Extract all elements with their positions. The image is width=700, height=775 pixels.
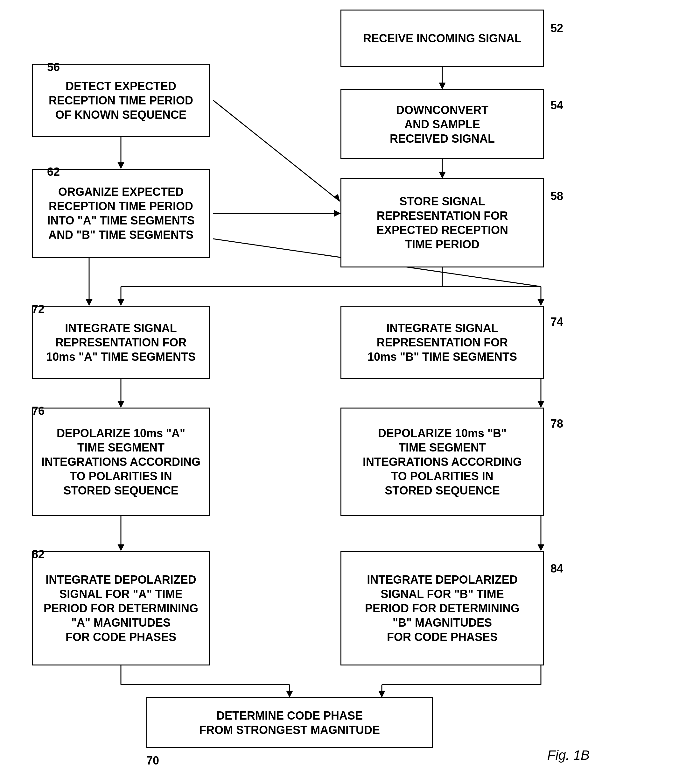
box-receive: RECEIVE INCOMING SIGNAL <box>340 10 544 67</box>
box-downconvert: DOWNCONVERTAND SAMPLERECEIVED SIGNAL <box>340 89 544 159</box>
flowchart-diagram: RECEIVE INCOMING SIGNAL DOWNCONVERTAND S… <box>0 0 700 775</box>
label-54: 54 <box>551 99 563 112</box>
box-integrate-depol-b: INTEGRATE DEPOLARIZEDSIGNAL FOR "B" TIME… <box>340 551 544 665</box>
label-78: 78 <box>551 417 563 431</box>
svg-marker-22 <box>538 401 544 407</box>
svg-marker-5 <box>118 162 124 169</box>
label-52: 52 <box>551 22 563 35</box>
svg-marker-34 <box>379 691 385 697</box>
box-integrate-a: INTEGRATE SIGNALREPRESENTATION FOR10ms "… <box>32 306 210 379</box>
svg-marker-7 <box>334 194 340 201</box>
svg-marker-30 <box>286 691 293 697</box>
label-74: 74 <box>551 315 563 329</box>
label-76: 76 <box>32 404 45 418</box>
box-determine: DETERMINE CODE PHASEFROM STRONGEST MAGNI… <box>146 697 433 748</box>
svg-marker-26 <box>538 544 544 551</box>
figure-label: Fig. 1B <box>547 748 590 763</box>
svg-marker-3 <box>439 172 445 178</box>
svg-line-6 <box>213 100 339 201</box>
svg-marker-11 <box>86 299 92 306</box>
label-70: 70 <box>146 754 159 767</box>
box-store: STORE SIGNALREPRESENTATION FOREXPECTED R… <box>340 178 544 268</box>
box-integrate-b: INTEGRATE SIGNALREPRESENTATION FOR10ms "… <box>340 306 544 379</box>
svg-marker-1 <box>439 83 445 89</box>
svg-marker-17 <box>538 299 544 306</box>
box-integrate-depol-a: INTEGRATE DEPOLARIZEDSIGNAL FOR "A" TIME… <box>32 551 210 665</box>
label-84: 84 <box>551 562 563 575</box>
svg-marker-24 <box>118 544 124 551</box>
label-56: 56 <box>47 60 60 74</box>
svg-marker-15 <box>118 299 124 306</box>
label-72: 72 <box>32 303 45 316</box>
svg-marker-20 <box>118 401 124 407</box>
svg-marker-9 <box>334 210 340 216</box>
label-82: 82 <box>32 548 45 561</box>
box-depolarize-a: DEPOLARIZE 10ms "A"TIME SEGMENTINTEGRATI… <box>32 407 210 516</box>
label-62: 62 <box>47 165 60 179</box>
box-organize: ORGANIZE EXPECTEDRECEPTION TIME PERIODIN… <box>32 169 210 258</box>
box-detect: DETECT EXPECTEDRECEPTION TIME PERIODOF K… <box>32 64 210 137</box>
box-depolarize-b: DEPOLARIZE 10ms "B"TIME SEGMENTINTEGRATI… <box>340 407 544 516</box>
label-58: 58 <box>551 190 563 203</box>
